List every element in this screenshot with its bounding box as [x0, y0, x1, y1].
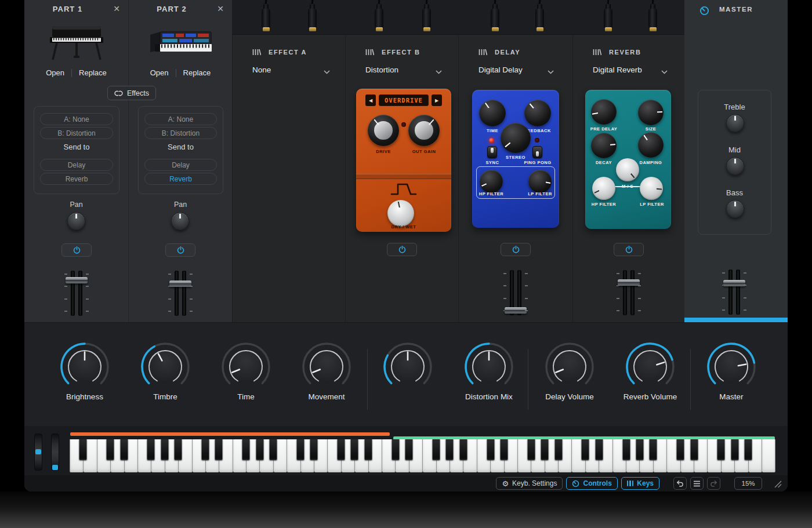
part-1-fx-b-button[interactable]: B: Distortion — [40, 127, 113, 139]
macro-knob-unlabeled[interactable] — [373, 340, 443, 423]
macro-knob-master[interactable]: Master — [697, 340, 766, 423]
piano-key-black[interactable] — [595, 439, 603, 460]
fader-handle[interactable] — [66, 277, 88, 283]
menu-button[interactable] — [690, 477, 704, 490]
reverb-volume-fader[interactable] — [616, 270, 641, 315]
piano-key-black[interactable] — [446, 439, 454, 460]
hp-filter-knob[interactable] — [592, 177, 615, 200]
part-2-pan-knob[interactable] — [171, 212, 189, 230]
chevron-down-icon[interactable] — [436, 70, 442, 74]
undo-button[interactable] — [673, 477, 687, 490]
part-1-key-range[interactable] — [70, 432, 390, 436]
chevron-down-icon[interactable] — [548, 70, 554, 74]
piano-key-black[interactable] — [459, 439, 467, 460]
piano-key-black[interactable] — [392, 439, 399, 460]
piano-key-black[interactable] — [256, 439, 263, 460]
piano-key-black[interactable] — [364, 439, 372, 460]
size-knob[interactable] — [638, 100, 664, 125]
part-1-send-delay-button[interactable]: Delay — [40, 159, 113, 171]
redo-button[interactable] — [707, 477, 720, 490]
piano-key-black[interactable] — [107, 439, 114, 460]
reverb-select[interactable]: Digital Reverb — [593, 65, 642, 74]
piano-key-black[interactable] — [147, 439, 155, 460]
piano-key-black[interactable] — [582, 439, 589, 460]
piano-key-black[interactable] — [351, 439, 358, 460]
mod-wheel[interactable] — [51, 434, 59, 471]
piano-key-black[interactable] — [745, 439, 752, 460]
effect-b-power-button[interactable] — [387, 243, 417, 256]
piano-key-black[interactable] — [690, 439, 698, 460]
part-1-close-icon[interactable]: ✕ — [113, 4, 120, 13]
part-1-replace-button[interactable]: Replace — [79, 68, 107, 77]
piano-key-black[interactable] — [487, 439, 494, 460]
pitch-bend-wheel[interactable] — [34, 434, 42, 471]
piano-key-black[interactable] — [161, 439, 168, 460]
treble-knob[interactable] — [726, 114, 744, 132]
keyboard-settings-button[interactable]: ⚙ Keyb. Settings — [496, 477, 563, 490]
delay-select[interactable]: Digital Delay — [478, 65, 523, 74]
macro-knob-distortion-mix[interactable]: Distortion Mix — [454, 340, 524, 423]
piano-key-black[interactable] — [636, 439, 643, 460]
mid-knob[interactable] — [726, 157, 744, 175]
feedback-knob[interactable] — [524, 100, 551, 126]
part-2-open-button[interactable]: Open — [150, 68, 169, 77]
fader-handle[interactable] — [618, 279, 640, 286]
preset-prev-button[interactable]: ◀ — [365, 94, 376, 106]
part-1-open-button[interactable]: Open — [46, 68, 64, 77]
piano-key-black[interactable] — [717, 439, 725, 460]
sync-toggle[interactable] — [487, 146, 497, 158]
piano-key-black[interactable] — [310, 439, 318, 460]
part-2-send-delay-button[interactable]: Delay — [144, 159, 217, 171]
damping-knob[interactable] — [638, 132, 664, 158]
master-fader[interactable] — [722, 270, 747, 315]
part-2-send-reverb-button[interactable]: Reverb — [144, 173, 217, 185]
part-2-power-button[interactable] — [165, 243, 195, 257]
controls-tab-button[interactable]: Controls — [566, 477, 617, 490]
fader-handle[interactable] — [505, 307, 527, 314]
macro-knob-reverb-volume[interactable]: Reverb Volume — [615, 340, 685, 423]
dry-wet-knob[interactable] — [387, 200, 414, 227]
piano-key-black[interactable] — [175, 439, 182, 460]
effects-link-button[interactable]: Effects — [107, 86, 156, 100]
piano-key-black[interactable] — [554, 439, 562, 460]
hp-filter-knob[interactable] — [480, 170, 503, 193]
delay-power-button[interactable] — [501, 243, 531, 256]
ping-pong-toggle[interactable] — [532, 146, 542, 158]
piano-key-black[interactable] — [541, 439, 549, 460]
part-1-power-button[interactable] — [61, 243, 92, 257]
piano-key-black[interactable] — [270, 439, 277, 460]
piano-key-black[interactable] — [731, 439, 738, 460]
delay-volume-fader[interactable] — [503, 270, 528, 315]
part-2-replace-button[interactable]: Replace — [183, 68, 211, 77]
piano-key-black[interactable] — [677, 439, 684, 460]
time-knob[interactable] — [479, 100, 506, 126]
part-1-fx-a-button[interactable]: A: None — [40, 113, 113, 125]
preset-next-button[interactable]: ▶ — [432, 94, 442, 106]
chevron-down-icon[interactable] — [324, 70, 330, 74]
effect-a-select[interactable]: None — [252, 65, 271, 74]
piano-key-black[interactable] — [500, 439, 507, 460]
piano-key-black[interactable] — [242, 439, 250, 460]
part-2-volume-fader[interactable] — [168, 271, 193, 316]
piano-key-black[interactable] — [432, 439, 440, 460]
pre-delay-knob[interactable] — [591, 99, 617, 125]
part-1-send-reverb-button[interactable]: Reverb — [40, 173, 113, 185]
piano-key-white[interactable] — [762, 439, 775, 472]
bass-knob[interactable] — [726, 200, 744, 218]
out-gain-knob[interactable] — [408, 115, 440, 146]
piano-key-black[interactable] — [527, 439, 535, 460]
piano-key-black[interactable] — [338, 439, 345, 460]
resize-handle[interactable] — [773, 479, 782, 488]
stereo-knob[interactable] — [501, 123, 531, 153]
macro-knob-brightness[interactable]: Brightness — [50, 340, 119, 423]
piano-key-black[interactable] — [79, 439, 87, 460]
chevron-down-icon[interactable] — [661, 70, 668, 74]
effect-b-select[interactable]: Distortion — [365, 65, 398, 74]
part-1-volume-fader[interactable] — [64, 271, 89, 316]
macro-knob-movement[interactable]: Movement — [292, 340, 361, 423]
keys-tab-button[interactable]: Keys — [621, 477, 659, 490]
piano-key-black[interactable] — [650, 439, 657, 460]
macro-knob-timbre[interactable]: Timbre — [130, 340, 200, 423]
zoom-level-button[interactable]: 15% — [734, 477, 762, 490]
drive-knob[interactable] — [368, 115, 399, 146]
